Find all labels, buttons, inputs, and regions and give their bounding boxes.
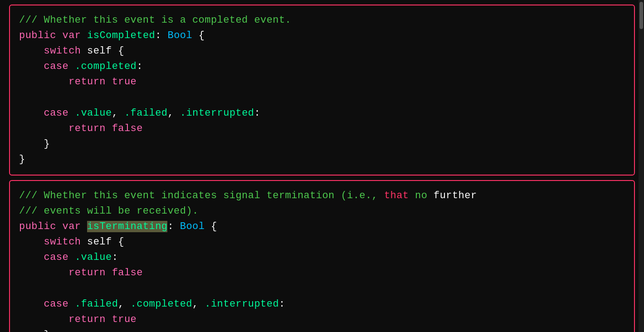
code-line: case .value, .failed, .interrupted: [19,106,625,121]
code-line: /// Whether this event is a completed ev… [19,13,625,28]
code-line: case .value: [19,250,625,265]
scrollbar-thumb [639,2,643,29]
code-block-2: /// Whether this event indicates signal … [9,180,635,332]
code-line: return false [19,121,625,137]
code-block-1: /// Whether this event is a completed ev… [9,5,635,176]
code-line: return false [19,265,625,281]
code-line: return true [19,312,625,327]
code-line: switch self { [19,234,625,250]
code-line: } [19,137,625,152]
code-line: /// events will be received). [19,204,625,219]
code-line [19,90,625,105]
code-line: public var isTerminating: Bool { [19,219,625,234]
code-container: /// Whether this event is a completed ev… [0,0,644,332]
code-line [19,281,625,297]
code-line: switch self { [19,44,625,59]
code-line: /// Whether this event indicates signal … [19,188,625,204]
code-line: public var isCompleted: Bool { [19,28,625,44]
code-line: } [19,152,625,167]
code-line: return true [19,74,625,90]
code-line: case .failed, .completed, .interrupted: [19,297,625,312]
code-line: } [19,327,625,332]
code-line: case .completed: [19,59,625,74]
scrollbar[interactable] [639,0,644,332]
